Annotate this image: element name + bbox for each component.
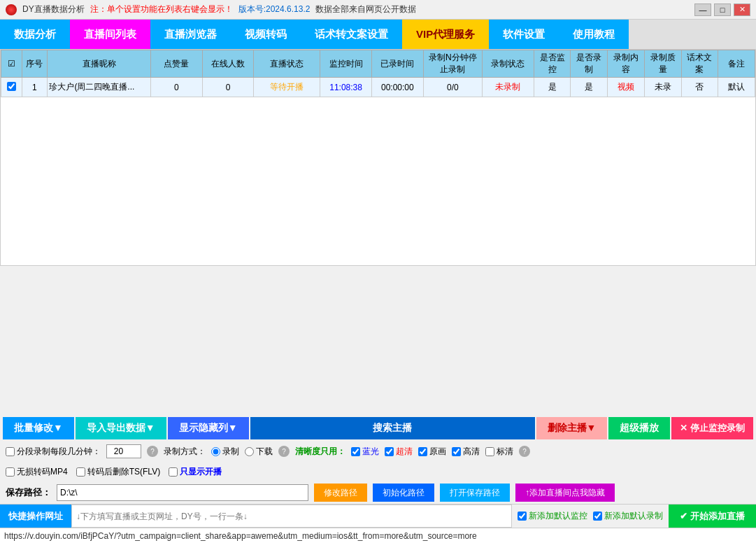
nav-item-browser[interactable]: 直播浏览器 [150, 20, 231, 49]
default-record-text: 新添加默认录制 [604, 510, 663, 522]
col-header-checkbox: ☑ [1, 50, 22, 78]
row-is-monitor: 是 [534, 78, 571, 97]
table-container: ☑序号直播昵称点赞量在线人数直播状态监控时间已录时间录制N分钟停止录制录制状态是… [0, 49, 756, 266]
quality-high-checkbox[interactable] [452, 447, 461, 456]
record-radio[interactable] [211, 447, 220, 456]
row-checkbox-cell[interactable] [1, 78, 22, 97]
row-is-record: 是 [571, 78, 608, 97]
quality-blue-label[interactable]: 蓝光 [351, 446, 379, 458]
show-only-live-text: 只显示开播 [180, 466, 222, 478]
modify-path-button[interactable]: 修改路径 [314, 484, 367, 502]
quality-original-checkbox[interactable] [418, 447, 427, 456]
table-row[interactable]: 1珍大户(周二四晚直播...00等待开播11:08:3800:00:000/0未… [1, 78, 755, 97]
save-path-row: 保存路径： 修改路径 初始化路径 打开保存路径 ↑添加直播间点我隐藏 [0, 481, 756, 504]
nav-item-tutorial[interactable]: 使用教程 [559, 20, 629, 49]
search-streamer-button[interactable]: 搜索主播 [250, 417, 535, 439]
no-loss-convert-label[interactable]: 无损转码MP4 [6, 466, 68, 478]
col-header-points: 点赞量 [150, 50, 202, 78]
maximize-button[interactable]: □ [714, 3, 731, 16]
add-hide-button[interactable]: ↑添加直播间点我隐藏 [515, 484, 615, 502]
quality-standard-checkbox[interactable] [485, 447, 494, 456]
delete-after-convert-label[interactable]: 转码后删除TS(FLV) [76, 466, 160, 478]
quality-original-text: 原画 [429, 446, 446, 458]
super-play-button[interactable]: 超级播放 [608, 417, 670, 439]
init-path-button[interactable]: 初始化路径 [373, 484, 434, 502]
delete-after-convert-checkbox[interactable] [76, 467, 85, 477]
col-header-auto_stop: 录制N分钟停止录制 [423, 50, 482, 78]
download-label: 下载 [256, 446, 273, 458]
record-mode-help-icon[interactable]: ? [278, 446, 290, 457]
col-header-seq: 序号 [22, 50, 48, 78]
default-record-label[interactable]: 新添加默认录制 [593, 510, 663, 522]
show-hide-columns-button[interactable]: 显示隐藏列▼ [168, 417, 249, 439]
quality-ultra-checkbox[interactable] [385, 447, 394, 456]
no-loss-convert-text: 无损转码MP4 [17, 466, 68, 478]
row-name: 珍大户(周二四晚直播... [48, 78, 151, 97]
default-monitor-label[interactable]: 新添加默认监控 [518, 510, 587, 522]
quality-high-label[interactable]: 高清 [452, 446, 480, 458]
delete-after-convert-text: 转码后删除TS(FLV) [87, 466, 160, 478]
save-path-input[interactable] [57, 484, 308, 501]
segment-help-icon[interactable]: ? [147, 446, 158, 457]
quality-high-text: 高清 [463, 446, 480, 458]
default-record-checkbox[interactable] [593, 512, 602, 521]
data-source-text: 数据全部来自网页公开数据 [315, 3, 416, 15]
save-path-label: 保存路径： [6, 486, 51, 499]
record-radio-label[interactable]: 录制 [211, 446, 239, 458]
default-monitor-checkbox[interactable] [518, 512, 527, 521]
col-header-record_quality: 录制质量 [644, 50, 681, 78]
row-seq: 1 [22, 78, 48, 97]
segment-minutes-input[interactable] [106, 444, 141, 458]
col-header-remark: 备注 [718, 50, 755, 78]
segment-record-label[interactable]: 分段录制每段几分钟： [6, 446, 101, 458]
row-monitor-time: 11:08:38 [320, 78, 372, 97]
toolbar-row1: 批量修改▼ 导入导出数据▼ 显示隐藏列▼ 搜索主播 删除主播▼ 超级播放 ✕ 停… [0, 416, 756, 441]
row-checkbox[interactable] [7, 82, 16, 91]
nav-item-settings[interactable]: 软件设置 [489, 20, 559, 49]
open-save-path-button[interactable]: 打开保存路径 [440, 484, 510, 502]
close-button[interactable]: ✕ [734, 3, 750, 16]
notice-text: 注：单个设置功能在列表右键会显示！ [90, 3, 233, 15]
import-export-button[interactable]: 导入导出数据▼ [76, 417, 166, 439]
url-display-text: https://v.douyin.com/iBfjPCaY/?utm_campa… [4, 531, 477, 541]
row-online: 0 [202, 78, 254, 97]
toolbar-row2b: 无损转码MP4 转码后删除TS(FLV) 只显示开播 [0, 462, 756, 481]
download-radio[interactable] [245, 447, 254, 456]
minimize-button[interactable]: — [694, 3, 711, 16]
quality-blue-checkbox[interactable] [351, 447, 360, 456]
segment-record-checkbox[interactable] [6, 447, 15, 456]
toolbar-row2: 分段录制每段几分钟： ? 录制方式： 录制 下载 ? 清晰度只用： 蓝光 超清 … [0, 441, 756, 462]
download-radio-label[interactable]: 下载 [245, 446, 273, 458]
row-speech-text: 否 [681, 78, 718, 97]
batch-modify-button[interactable]: 批量修改▼ [3, 417, 74, 439]
nav-item-video-convert[interactable]: 视频转码 [231, 20, 301, 49]
row-record-time: 00:00:00 [371, 78, 423, 97]
bottom-row: 快捷操作网址 新添加默认监控 新添加默认录制 ✔ 开始添加直播 [0, 504, 756, 528]
url-display-bar: https://v.douyin.com/iBfjPCaY/?utm_campa… [0, 528, 756, 543]
nav-item-data-analysis[interactable]: 数据分析 [0, 20, 70, 49]
row-points: 0 [150, 78, 202, 97]
quality-blue-text: 蓝光 [362, 446, 379, 458]
stop-monitor-button[interactable]: ✕ 停止监控录制 [671, 417, 753, 439]
row-auto-stop: 0/0 [423, 78, 482, 97]
no-loss-convert-checkbox[interactable] [6, 467, 15, 477]
nav-bar: 数据分析直播间列表直播浏览器视频转码话术转文案设置VIP代理服务软件设置使用教程 [0, 20, 756, 49]
show-only-live-checkbox[interactable] [169, 467, 178, 477]
quality-only-label: 清晰度只用： [295, 446, 345, 458]
col-header-record_time: 已录时间 [371, 50, 423, 78]
url-input[interactable] [71, 505, 512, 528]
col-header-status: 直播状态 [254, 50, 320, 78]
quality-standard-label[interactable]: 标清 [485, 446, 513, 458]
show-only-live-label[interactable]: 只显示开播 [169, 466, 222, 478]
col-header-monitor_time: 监控时间 [320, 50, 372, 78]
nav-item-speech-setting[interactable]: 话术转文案设置 [301, 20, 402, 49]
quality-original-label[interactable]: 原画 [418, 446, 446, 458]
col-header-record_status: 录制状态 [483, 50, 534, 78]
nav-item-live-list[interactable]: 直播间列表 [70, 20, 150, 49]
delete-streamer-button[interactable]: 删除主播▼ [536, 417, 608, 439]
start-add-button[interactable]: ✔ 开始添加直播 [669, 505, 756, 528]
quality-help-icon[interactable]: ? [519, 446, 530, 457]
quality-ultra-label[interactable]: 超清 [385, 446, 413, 458]
quick-op-label: 快捷操作网址 [0, 505, 71, 528]
nav-item-vip-service[interactable]: VIP代理服务 [402, 20, 489, 49]
